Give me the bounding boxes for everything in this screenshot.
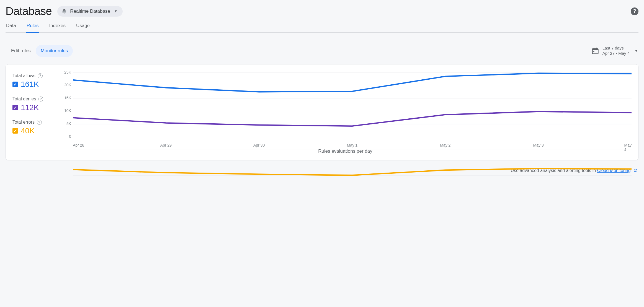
svg-rect-2 bbox=[594, 48, 594, 49]
tab-data[interactable]: Data bbox=[6, 20, 17, 32]
realtime-database-icon bbox=[61, 8, 67, 14]
tab-indexes[interactable]: Indexes bbox=[48, 20, 66, 32]
help-allows-icon[interactable]: ? bbox=[38, 73, 43, 78]
rules-chart: 25K20K15K10K5K0 Apr 28Apr 29Apr 30May 1M… bbox=[59, 72, 632, 141]
y-tick-label: 20K bbox=[64, 83, 71, 87]
tab-usage[interactable]: Usage bbox=[76, 20, 90, 32]
help-errors-icon[interactable]: ? bbox=[37, 120, 42, 125]
x-tick-label: May 1 bbox=[347, 143, 357, 147]
calendar-icon bbox=[591, 47, 599, 55]
svg-rect-3 bbox=[596, 48, 597, 49]
external-link-icon bbox=[633, 168, 637, 173]
legend-allows-label: Total allows bbox=[12, 73, 35, 78]
y-tick-label: 15K bbox=[64, 96, 71, 100]
svg-rect-1 bbox=[592, 49, 598, 50]
legend-denies: Total denies ? ✓ 112K bbox=[12, 97, 54, 112]
date-range-value: Apr 27 - May 4 bbox=[602, 51, 630, 56]
checkbox-errors[interactable]: ✓ bbox=[12, 128, 18, 134]
legend-errors-value: 40K bbox=[21, 126, 35, 135]
svg-rect-4 bbox=[593, 51, 594, 52]
y-tick-label: 0 bbox=[69, 134, 71, 139]
x-tick-label: Apr 29 bbox=[160, 143, 172, 147]
help-denies-icon[interactable]: ? bbox=[38, 97, 43, 102]
x-tick-label: May 4 bbox=[624, 143, 632, 152]
x-tick-label: May 2 bbox=[440, 143, 450, 147]
x-tick-label: Apr 28 bbox=[73, 143, 84, 147]
rules-metrics-card: Total allows ? ✓ 161K Total denies ? ✓ 1… bbox=[6, 64, 638, 160]
chevron-down-icon: ▼ bbox=[635, 49, 638, 53]
legend-denies-label: Total denies bbox=[12, 97, 36, 102]
page-title: Database bbox=[6, 5, 52, 17]
sub-tab-edit-rules[interactable]: Edit rules bbox=[6, 45, 36, 57]
legend-allows-value: 161K bbox=[21, 80, 39, 89]
tab-rules[interactable]: Rules bbox=[26, 20, 39, 32]
x-tick-label: May 3 bbox=[533, 143, 544, 147]
checkbox-allows[interactable]: ✓ bbox=[12, 82, 18, 87]
date-range-label: Last 7 days bbox=[602, 46, 630, 51]
database-selector[interactable]: Realtime Database ▼ bbox=[57, 6, 122, 17]
database-selector-label: Realtime Database bbox=[70, 9, 110, 14]
x-tick-label: Apr 30 bbox=[253, 143, 265, 147]
sub-tab-monitor-rules[interactable]: Monitor rules bbox=[36, 45, 73, 57]
date-range-picker[interactable]: Last 7 days Apr 27 - May 4 ▼ bbox=[591, 46, 638, 56]
main-tabs: Data Rules Indexes Usage bbox=[6, 20, 638, 33]
y-tick-label: 25K bbox=[64, 70, 71, 74]
legend-errors-label: Total errors bbox=[12, 120, 35, 125]
chevron-down-icon: ▼ bbox=[114, 9, 118, 13]
y-tick-label: 5K bbox=[66, 121, 71, 126]
y-tick-label: 10K bbox=[64, 108, 71, 113]
checkbox-denies[interactable]: ✓ bbox=[12, 105, 18, 110]
legend-denies-value: 112K bbox=[21, 103, 39, 112]
help-icon[interactable]: ? bbox=[631, 7, 638, 15]
legend-errors: Total errors ? ✓ 40K bbox=[12, 120, 54, 135]
legend-allows: Total allows ? ✓ 161K bbox=[12, 73, 54, 89]
